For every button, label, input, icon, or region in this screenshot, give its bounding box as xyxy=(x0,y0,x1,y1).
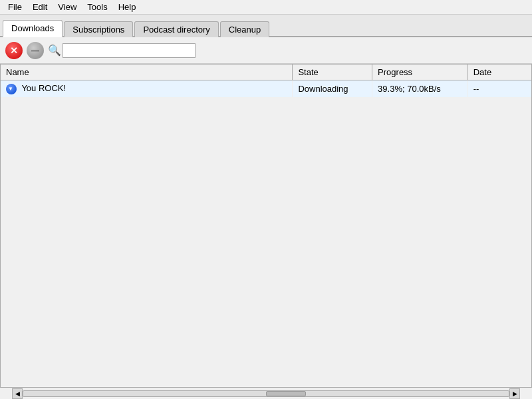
table-row[interactable]: You ROCK! Downloading 39.3%; 70.0kB/s -- xyxy=(1,80,531,97)
tab-podcast-directory[interactable]: Podcast directory xyxy=(134,21,218,37)
content-area: Name State Progress Date You ROCK! Downl… xyxy=(0,64,532,399)
tab-subscriptions[interactable]: Subscriptions xyxy=(64,21,133,37)
search-wrapper: 🔍 xyxy=(48,43,196,58)
col-header-state: State xyxy=(293,65,372,80)
menu-help[interactable]: Help xyxy=(113,1,142,13)
search-input[interactable] xyxy=(63,43,196,58)
menu-edit[interactable]: Edit xyxy=(27,1,53,13)
table-wrapper: Name State Progress Date You ROCK! Downl… xyxy=(0,64,532,387)
hscroll-bar: ◀ ▶ xyxy=(0,387,532,399)
cell-name: You ROCK! xyxy=(1,80,293,97)
tab-bar: Downloads Subscriptions Podcast director… xyxy=(0,15,532,37)
menu-tools[interactable]: Tools xyxy=(82,1,112,13)
cell-state: Downloading xyxy=(293,80,372,97)
col-header-name: Name xyxy=(1,65,293,80)
row-name-label: You ROCK! xyxy=(21,83,66,93)
menu-view[interactable]: View xyxy=(53,1,82,13)
search-icon: 🔍 xyxy=(48,44,61,57)
cell-progress: 39.3%; 70.0kB/s xyxy=(372,80,468,97)
download-icon xyxy=(6,84,17,94)
cancel-button[interactable]: ✕ xyxy=(5,42,23,59)
menu-bar: File Edit View Tools Help xyxy=(0,0,532,15)
col-header-date: Date xyxy=(467,65,531,80)
col-header-progress: Progress xyxy=(372,65,468,80)
scroll-left-button[interactable]: ◀ xyxy=(12,388,23,399)
tab-cleanup[interactable]: Cleanup xyxy=(220,21,269,37)
downloads-table: Name State Progress Date You ROCK! Downl… xyxy=(1,65,531,97)
cell-date: -- xyxy=(467,80,531,97)
menu-file[interactable]: File xyxy=(3,1,27,13)
hscroll-thumb[interactable] xyxy=(266,391,306,396)
scroll-right-button[interactable]: ▶ xyxy=(509,388,520,399)
tab-downloads[interactable]: Downloads xyxy=(3,20,63,37)
toolbar: ✕ — 🔍 xyxy=(0,37,532,64)
table-header-row: Name State Progress Date xyxy=(1,65,531,80)
hscroll-track[interactable] xyxy=(23,390,509,397)
pause-button[interactable]: — xyxy=(27,42,44,59)
